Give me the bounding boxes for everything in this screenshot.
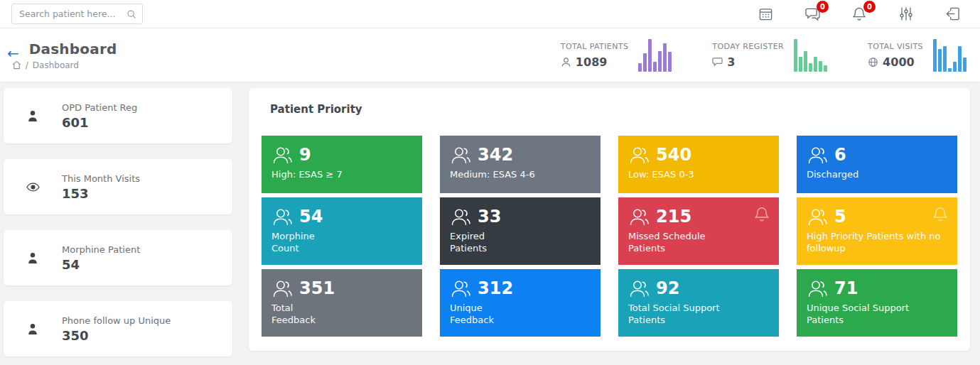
chart-bar — [809, 63, 812, 72]
topbar-icon-group: 0 0 — [757, 6, 969, 23]
tile-value: 342 — [478, 145, 513, 165]
priority-tile[interactable]: 33Expired Patients — [440, 197, 601, 265]
person-icon — [23, 323, 42, 335]
users-icon — [450, 207, 471, 227]
card-value: 601 — [62, 115, 137, 130]
users-icon — [271, 207, 293, 227]
priority-tile[interactable]: 312Unique Feedback — [440, 269, 601, 337]
chart-bar — [638, 63, 642, 72]
mini-bar-chart — [933, 39, 969, 72]
messages-badge: 0 — [817, 1, 829, 13]
priority-tile[interactable]: 342Medium: ESAS 4-6 — [440, 136, 601, 193]
tile-value: 351 — [299, 278, 335, 298]
tile-label: Discharged — [807, 168, 947, 180]
chat-icon — [712, 57, 723, 67]
breadcrumb: / Dashboard — [12, 60, 117, 70]
tile-label: Total Social Support Patients — [628, 302, 769, 326]
tile-label: Unique Social Support Patients — [807, 302, 947, 326]
tile-label: Expired Patients — [450, 230, 591, 254]
bell-icon[interactable] — [754, 206, 770, 226]
panel-title: Patient Priority — [270, 103, 957, 116]
card-value: 350 — [62, 328, 171, 343]
tile-value: 312 — [478, 278, 513, 298]
users-icon — [807, 146, 828, 165]
tile-label: High: ESAS ≥ 7 — [271, 168, 412, 180]
priority-tile[interactable]: 215Missed Schedule Patients — [618, 197, 779, 265]
users-icon — [450, 146, 471, 165]
priority-tile[interactable]: 54Morphine Count — [262, 197, 422, 265]
patient-search — [11, 4, 143, 24]
users-icon — [271, 146, 293, 165]
card-label: This Month Visits — [62, 173, 140, 184]
chart-bar — [943, 46, 947, 72]
search-icon[interactable] — [126, 9, 136, 22]
stat-value: 1089 — [576, 55, 608, 69]
topbar: 0 0 — [0, 0, 980, 28]
users-icon — [628, 279, 650, 298]
back-arrow-icon[interactable]: ← — [7, 45, 19, 62]
logout-icon[interactable] — [944, 6, 962, 23]
summary-card[interactable]: OPD Patient Reg601 — [4, 88, 232, 143]
chart-bar — [663, 43, 667, 71]
page-title: Dashboard — [29, 40, 117, 58]
person-icon — [23, 110, 42, 122]
priority-tile[interactable]: 9High: ESAS ≥ 7 — [262, 136, 422, 193]
tile-label: Total Feedback — [271, 302, 412, 326]
bell-icon[interactable] — [932, 206, 948, 226]
priority-tile[interactable]: 71Unique Social Support Patients — [797, 269, 957, 337]
chart-bar — [794, 39, 797, 72]
chart-bar — [953, 62, 957, 72]
tile-value: 92 — [656, 278, 679, 298]
tile-label: Medium: ESAS 4-6 — [450, 168, 591, 180]
summary-card[interactable]: Morphine Patient54 — [4, 230, 232, 285]
tile-value: 540 — [656, 145, 691, 165]
priority-tile[interactable]: 540Low: ESAS 0-3 — [618, 136, 779, 193]
tile-label: Low: ESAS 0-3 — [628, 168, 769, 180]
tile-value: 33 — [478, 207, 501, 227]
stat-label: TODAY REGISTER — [712, 42, 784, 51]
stat-label: TOTAL PATIENTS — [561, 42, 628, 51]
header-stat: TODAY REGISTER3 — [712, 39, 829, 72]
chart-bar — [958, 46, 962, 72]
stat-value: 3 — [727, 55, 735, 69]
search-input[interactable] — [11, 4, 143, 24]
chart-bar — [819, 61, 822, 72]
tile-label: High Priority Patients with no followup — [807, 230, 947, 254]
users-icon — [807, 279, 828, 298]
chart-bar — [948, 68, 952, 72]
home-icon[interactable] — [12, 60, 21, 70]
messages-icon[interactable]: 0 — [804, 6, 821, 23]
card-label: Morphine Patient — [62, 244, 140, 255]
tile-value: 6 — [834, 145, 846, 165]
patient-priority-panel: Patient Priority 9High: ESAS ≥ 7342Mediu… — [249, 88, 970, 351]
tile-value: 71 — [834, 278, 858, 298]
chart-bar — [938, 49, 942, 71]
stat-value: 4000 — [883, 55, 915, 69]
priority-tile[interactable]: 351Total Feedback — [262, 269, 422, 337]
priority-tile[interactable]: 5High Priority Patients with no followup — [797, 197, 957, 265]
chart-bar — [653, 62, 657, 72]
users-icon — [807, 207, 828, 227]
chart-bar — [963, 58, 966, 71]
chart-bar — [799, 57, 802, 72]
tile-label: Missed Schedule Patients — [628, 230, 769, 254]
card-label: Phone follow up Unique — [62, 315, 171, 326]
tile-value: 215 — [656, 207, 691, 227]
globe-icon — [868, 57, 878, 67]
summary-sidebar: OPD Patient Reg601This Month Visits153Mo… — [4, 88, 232, 365]
tile-label: Unique Feedback — [450, 302, 591, 326]
summary-card[interactable]: This Month Visits153 — [4, 159, 232, 214]
calendar-icon[interactable] — [757, 6, 774, 23]
priority-tile[interactable]: 6Discharged — [797, 136, 957, 193]
stat-label: TOTAL VISITS — [868, 42, 923, 51]
summary-card[interactable]: Phone follow up Unique350 — [4, 301, 232, 356]
notifications-icon[interactable]: 0 — [851, 6, 868, 23]
card-value: 153 — [62, 186, 140, 201]
filters-icon[interactable] — [898, 6, 915, 23]
chart-bar — [814, 57, 817, 72]
tile-value: 9 — [299, 145, 311, 165]
chart-bar — [658, 51, 662, 72]
chart-bar — [933, 39, 937, 72]
priority-tile[interactable]: 92Total Social Support Patients — [618, 269, 779, 337]
card-value: 54 — [62, 257, 140, 272]
